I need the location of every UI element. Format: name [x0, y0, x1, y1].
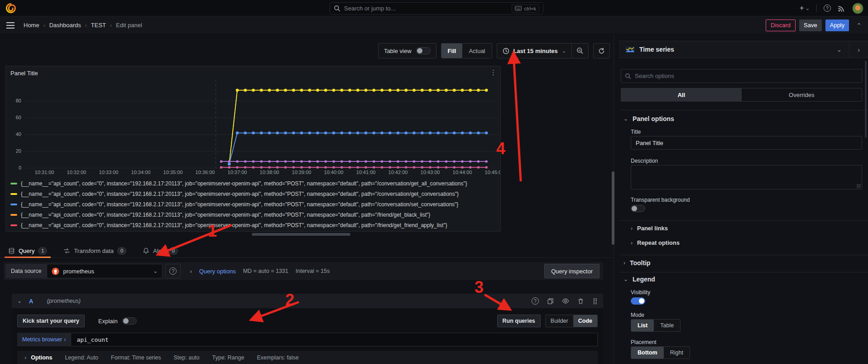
x-tick-label: 10:41:00 [351, 170, 380, 175]
query-options-summary[interactable]: › Query options MD = auto = 1331 Interva… [190, 268, 330, 275]
database-icon [8, 248, 15, 254]
legend-item[interactable]: {__name__="api_count", code="0", instanc… [10, 178, 500, 189]
section-panel-options[interactable]: ⌄ Panel options [623, 115, 674, 122]
query-card-header[interactable]: ⌄ A (prometheus) ? [12, 294, 603, 308]
query-options-link[interactable]: Query options [199, 268, 236, 275]
zoom-out-time-button[interactable] [571, 44, 588, 58]
builder-option[interactable]: Builder [546, 315, 573, 327]
x-tick-label: 10:35:00 [158, 170, 187, 175]
add-new-button[interactable]: + ⌄ [800, 4, 810, 13]
search-input[interactable]: Search or jump to... ctrl+k [330, 2, 543, 15]
promql-query-input[interactable]: api_count [71, 333, 598, 346]
tab-alert[interactable]: Alert 0 [143, 244, 178, 257]
interval-value: Interval = 15s [296, 268, 330, 274]
drag-handle-icon[interactable] [592, 298, 598, 305]
breadcrumb-item[interactable]: Home [24, 22, 39, 29]
collapse-header-icon[interactable]: ⌃ [856, 22, 862, 29]
open-viz-list-button[interactable]: › [849, 41, 868, 58]
search-icon [625, 73, 631, 79]
transparent-background-label: Transparent background [631, 197, 690, 203]
tab-transform-data[interactable]: Transform data 0 [63, 244, 126, 257]
datasource-help-button[interactable]: ? [165, 264, 181, 278]
query-ref-id: A [29, 298, 33, 305]
user-avatar[interactable] [852, 3, 863, 14]
breadcrumb-item[interactable]: TEST [91, 22, 106, 29]
panel-title-input[interactable]: Panel Title [631, 136, 862, 150]
delete-query-trash-button[interactable] [577, 298, 584, 305]
section-tooltip[interactable]: › Tooltip [623, 259, 651, 267]
legend-item[interactable]: {__name__="api_count", code="0", instanc… [10, 189, 500, 199]
explain-label: Explain [98, 318, 118, 325]
options-search-placeholder: Search options [635, 73, 674, 79]
hide-query-eye-button[interactable] [562, 298, 569, 304]
table-view-control[interactable]: Table view [378, 43, 436, 58]
kick-start-query-button[interactable]: Kick start your query [17, 315, 85, 327]
y-tick-label: 80 [8, 98, 21, 103]
sidebar-scrollbar[interactable] [865, 61, 867, 138]
legend-item[interactable]: {__name__="api_count", code="0", instanc… [10, 220, 500, 230]
tab-overrides[interactable]: Overrides [742, 88, 862, 101]
x-tick-label: 10:44:00 [448, 170, 477, 175]
refresh-button[interactable] [593, 43, 610, 58]
legend-placement-label: Placement [631, 339, 657, 345]
menu-hamburger-icon[interactable] [6, 25, 14, 26]
query-card-body: Kick start your query Explain Run querie… [12, 308, 603, 364]
query-inspector-button[interactable]: Query inspector [544, 264, 599, 278]
resize-corner-icon[interactable] [857, 184, 861, 188]
chevron-down-icon[interactable]: ⌄ [17, 298, 22, 304]
visualization-picker[interactable]: Time series ⌄ › [619, 41, 868, 58]
breadcrumb-item[interactable]: Dashboards [49, 22, 81, 29]
top-nav-icons: + ⌄ ? [800, 0, 863, 16]
table-view-toggle[interactable] [416, 47, 431, 54]
code-option[interactable]: Code [573, 315, 597, 327]
bell-icon [143, 248, 149, 254]
run-queries-button[interactable]: Run queries [497, 315, 541, 327]
legend-placement-bottom[interactable]: Bottom [631, 347, 664, 359]
section-repeat-options[interactable]: ›Repeat options [631, 239, 680, 246]
news-rss-button[interactable] [838, 5, 845, 12]
time-series-panel[interactable]: Panel Title ⋮ 020406080 10:31:0010:32:00… [5, 66, 501, 232]
top-nav-bar: Search or jump to... ctrl+k + ⌄ ? [0, 0, 868, 16]
breadcrumb-item[interactable]: Edit panel [116, 22, 142, 29]
options-search-input[interactable]: Search options [621, 69, 862, 83]
transparent-background-toggle[interactable] [631, 205, 645, 212]
datasource-row: Data source prometheus ⌄ ? › Query optio… [4, 262, 603, 280]
y-tick-label: 20 [8, 148, 21, 154]
legend-visibility-toggle[interactable] [631, 297, 645, 305]
pane-resize-handle[interactable] [252, 233, 350, 236]
duplicate-query-button[interactable] [547, 298, 554, 305]
time-range-picker[interactable]: Last 15 minutes ⌄ [497, 48, 571, 54]
chart-legend: {__name__="api_count", code="0", instanc… [10, 178, 500, 230]
x-tick-label: 10:39:00 [287, 170, 316, 175]
tab-all[interactable]: All [621, 88, 742, 101]
query-header-icons: ? [532, 297, 598, 305]
tab-query[interactable]: Query 1 [8, 244, 47, 257]
query-options-collapsed-row[interactable]: › Options Legend: AutoFormat: Time serie… [17, 351, 598, 364]
apply-button[interactable]: Apply [825, 19, 849, 31]
description-textarea[interactable] [631, 165, 862, 189]
divider [619, 272, 868, 272]
section-panel-links[interactable]: ›Panel links [631, 225, 668, 232]
panel-menu-icon[interactable]: ⋮ [490, 68, 497, 77]
save-button[interactable]: Save [799, 19, 822, 31]
legend-mode-table[interactable]: Table [654, 320, 680, 331]
legend-item[interactable]: {__name__="api_count", code="0", instanc… [10, 209, 500, 220]
section-legend[interactable]: ⌄ Legend [623, 276, 655, 283]
help-button[interactable]: ? [824, 5, 831, 12]
fill-option[interactable]: Fill [441, 44, 463, 58]
title-field-label: Title [631, 129, 641, 135]
query-help-button[interactable]: ? [532, 297, 539, 305]
table-view-label: Table view [384, 48, 412, 54]
breadcrumb[interactable]: Home›Dashboards›TEST›Edit panel [24, 22, 142, 29]
datasource-picker[interactable]: prometheus ⌄ [47, 264, 163, 278]
metrics-browser-button[interactable]: Metrics browser › [17, 333, 71, 346]
discard-button[interactable]: Discard [766, 19, 796, 31]
actual-option[interactable]: Actual [462, 44, 491, 58]
legend-item[interactable]: {__name__="api_count", code="0", instanc… [10, 199, 500, 209]
grafana-logo-icon[interactable] [5, 3, 16, 14]
plus-icon: + [800, 4, 804, 13]
explain-toggle[interactable] [122, 317, 137, 325]
legend-placement-right[interactable]: Right [664, 347, 690, 359]
legend-mode-list[interactable]: List [631, 320, 654, 331]
legend-mode-label: Mode [631, 312, 644, 318]
